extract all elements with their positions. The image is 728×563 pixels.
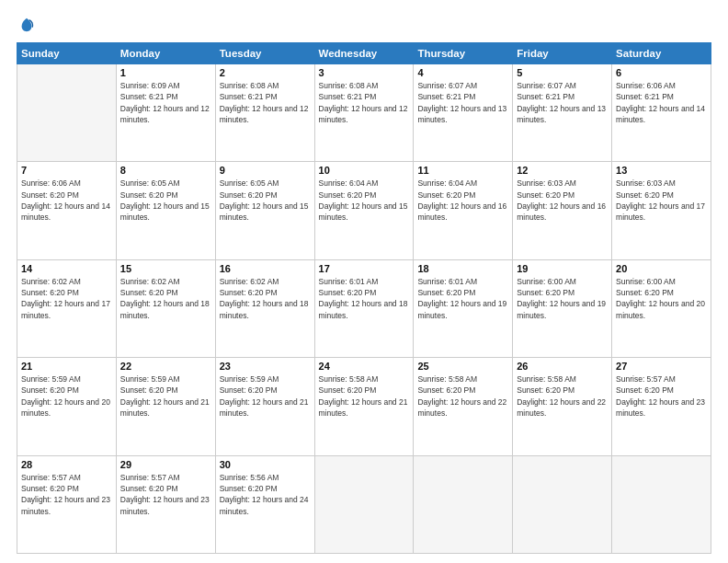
cell-info: Sunrise: 6:05 AMSunset: 6:20 PMDaylight:…	[220, 178, 311, 223]
calendar-cell: 18Sunrise: 6:01 AMSunset: 6:20 PMDayligh…	[414, 259, 513, 357]
cell-info: Sunrise: 6:04 AMSunset: 6:20 PMDaylight:…	[417, 178, 508, 223]
weekday-header-thursday: Thursday	[414, 43, 513, 64]
logo	[17, 17, 35, 33]
weekday-header-tuesday: Tuesday	[215, 43, 314, 64]
cell-info: Sunrise: 5:58 AMSunset: 6:20 PMDaylight:…	[517, 373, 608, 419]
calendar-cell: 13Sunrise: 6:03 AMSunset: 6:20 PMDayligh…	[612, 162, 711, 259]
cell-info: Sunrise: 5:59 AMSunset: 6:20 PMDaylight:…	[220, 373, 311, 419]
cell-info: Sunrise: 5:59 AMSunset: 6:20 PMDaylight:…	[21, 373, 112, 419]
day-number: 10	[319, 165, 410, 176]
calendar-cell: 17Sunrise: 6:01 AMSunset: 6:20 PMDayligh…	[314, 259, 414, 357]
calendar-cell	[612, 455, 711, 553]
calendar-header-row: SundayMondayTuesdayWednesdayThursdayFrid…	[17, 43, 711, 64]
calendar-cell: 12Sunrise: 6:03 AMSunset: 6:20 PMDayligh…	[513, 162, 612, 259]
calendar-cell: 22Sunrise: 5:59 AMSunset: 6:20 PMDayligh…	[116, 358, 215, 455]
calendar-cell: 27Sunrise: 5:57 AMSunset: 6:20 PMDayligh…	[612, 358, 711, 455]
cell-info: Sunrise: 6:07 AMSunset: 6:21 PMDaylight:…	[417, 80, 508, 125]
calendar-cell: 2Sunrise: 6:08 AMSunset: 6:21 PMDaylight…	[215, 64, 314, 162]
calendar-cell: 4Sunrise: 6:07 AMSunset: 6:21 PMDaylight…	[414, 64, 513, 162]
cell-info: Sunrise: 6:08 AMSunset: 6:21 PMDaylight:…	[220, 80, 311, 125]
calendar-table: SundayMondayTuesdayWednesdayThursdayFrid…	[17, 42, 711, 554]
calendar-cell: 7Sunrise: 6:06 AMSunset: 6:20 PMDaylight…	[17, 162, 117, 259]
cell-info: Sunrise: 6:09 AMSunset: 6:21 PMDaylight:…	[120, 80, 211, 125]
day-number: 14	[21, 263, 112, 274]
calendar-cell: 24Sunrise: 5:58 AMSunset: 6:20 PMDayligh…	[314, 358, 414, 455]
cell-info: Sunrise: 5:57 AMSunset: 6:20 PMDaylight:…	[616, 373, 707, 419]
cell-info: Sunrise: 5:56 AMSunset: 6:20 PMDaylight:…	[220, 472, 311, 517]
day-number: 9	[220, 165, 311, 176]
cell-info: Sunrise: 6:01 AMSunset: 6:20 PMDaylight:…	[417, 276, 508, 321]
day-number: 2	[220, 67, 311, 78]
cell-info: Sunrise: 6:02 AMSunset: 6:20 PMDaylight:…	[21, 276, 112, 321]
cell-info: Sunrise: 6:05 AMSunset: 6:20 PMDaylight:…	[120, 178, 211, 223]
calendar-cell: 26Sunrise: 5:58 AMSunset: 6:20 PMDayligh…	[513, 358, 612, 455]
cell-info: Sunrise: 6:06 AMSunset: 6:20 PMDaylight:…	[21, 178, 112, 223]
day-number: 13	[616, 165, 707, 176]
day-number: 30	[220, 459, 311, 470]
cell-info: Sunrise: 6:00 AMSunset: 6:20 PMDaylight:…	[517, 276, 608, 321]
calendar-cell: 23Sunrise: 5:59 AMSunset: 6:20 PMDayligh…	[215, 358, 314, 455]
day-number: 22	[120, 361, 211, 372]
weekday-header-friday: Friday	[513, 43, 612, 64]
calendar-cell: 14Sunrise: 6:02 AMSunset: 6:20 PMDayligh…	[17, 259, 117, 357]
day-number: 5	[517, 67, 608, 78]
day-number: 29	[120, 459, 211, 470]
logo-icon	[18, 17, 35, 33]
calendar-week-4: 21Sunrise: 5:59 AMSunset: 6:20 PMDayligh…	[17, 358, 711, 455]
calendar-cell: 29Sunrise: 5:57 AMSunset: 6:20 PMDayligh…	[116, 455, 215, 553]
day-number: 16	[220, 263, 311, 274]
calendar-cell: 30Sunrise: 5:56 AMSunset: 6:20 PMDayligh…	[215, 455, 314, 553]
day-number: 17	[319, 263, 410, 274]
cell-info: Sunrise: 5:58 AMSunset: 6:20 PMDaylight:…	[319, 373, 410, 419]
cell-info: Sunrise: 6:04 AMSunset: 6:20 PMDaylight:…	[319, 178, 410, 223]
calendar-cell: 15Sunrise: 6:02 AMSunset: 6:20 PMDayligh…	[116, 259, 215, 357]
cell-info: Sunrise: 5:59 AMSunset: 6:20 PMDaylight:…	[120, 373, 211, 419]
calendar-week-2: 7Sunrise: 6:06 AMSunset: 6:20 PMDaylight…	[17, 162, 711, 259]
calendar-cell: 1Sunrise: 6:09 AMSunset: 6:21 PMDaylight…	[116, 64, 215, 162]
calendar-week-5: 28Sunrise: 5:57 AMSunset: 6:20 PMDayligh…	[17, 455, 711, 553]
calendar-week-3: 14Sunrise: 6:02 AMSunset: 6:20 PMDayligh…	[17, 259, 711, 357]
cell-info: Sunrise: 6:03 AMSunset: 6:20 PMDaylight:…	[616, 178, 707, 223]
calendar-cell: 11Sunrise: 6:04 AMSunset: 6:20 PMDayligh…	[414, 162, 513, 259]
calendar-cell	[414, 455, 513, 553]
day-number: 12	[517, 165, 608, 176]
day-number: 11	[417, 165, 508, 176]
cell-info: Sunrise: 6:08 AMSunset: 6:21 PMDaylight:…	[319, 80, 410, 125]
day-number: 28	[21, 459, 112, 470]
weekday-header-sunday: Sunday	[17, 43, 117, 64]
day-number: 19	[517, 263, 608, 274]
calendar-cell	[513, 455, 612, 553]
calendar-cell: 21Sunrise: 5:59 AMSunset: 6:20 PMDayligh…	[17, 358, 117, 455]
day-number: 21	[21, 361, 112, 372]
calendar-cell: 10Sunrise: 6:04 AMSunset: 6:20 PMDayligh…	[314, 162, 414, 259]
calendar-cell: 28Sunrise: 5:57 AMSunset: 6:20 PMDayligh…	[17, 455, 117, 553]
calendar-cell: 16Sunrise: 6:02 AMSunset: 6:20 PMDayligh…	[215, 259, 314, 357]
day-number: 8	[120, 165, 211, 176]
cell-info: Sunrise: 6:06 AMSunset: 6:21 PMDaylight:…	[616, 80, 707, 125]
day-number: 1	[120, 67, 211, 78]
weekday-header-saturday: Saturday	[612, 43, 711, 64]
day-number: 3	[319, 67, 410, 78]
calendar-cell: 6Sunrise: 6:06 AMSunset: 6:21 PMDaylight…	[612, 64, 711, 162]
day-number: 7	[21, 165, 112, 176]
header	[17, 17, 711, 33]
page: SundayMondayTuesdayWednesdayThursdayFrid…	[0, 0, 728, 563]
calendar-cell: 5Sunrise: 6:07 AMSunset: 6:21 PMDaylight…	[513, 64, 612, 162]
weekday-header-wednesday: Wednesday	[314, 43, 414, 64]
cell-info: Sunrise: 6:02 AMSunset: 6:20 PMDaylight:…	[120, 276, 211, 321]
day-number: 4	[417, 67, 508, 78]
calendar-cell: 19Sunrise: 6:00 AMSunset: 6:20 PMDayligh…	[513, 259, 612, 357]
day-number: 23	[220, 361, 311, 372]
cell-info: Sunrise: 6:01 AMSunset: 6:20 PMDaylight:…	[319, 276, 410, 321]
calendar-cell: 3Sunrise: 6:08 AMSunset: 6:21 PMDaylight…	[314, 64, 414, 162]
calendar-cell	[17, 64, 117, 162]
weekday-header-monday: Monday	[116, 43, 215, 64]
calendar-cell: 9Sunrise: 6:05 AMSunset: 6:20 PMDaylight…	[215, 162, 314, 259]
cell-info: Sunrise: 5:58 AMSunset: 6:20 PMDaylight:…	[417, 373, 508, 419]
day-number: 24	[319, 361, 410, 372]
day-number: 6	[616, 67, 707, 78]
day-number: 20	[616, 263, 707, 274]
calendar-cell: 8Sunrise: 6:05 AMSunset: 6:20 PMDaylight…	[116, 162, 215, 259]
cell-info: Sunrise: 6:07 AMSunset: 6:21 PMDaylight:…	[517, 80, 608, 125]
calendar-week-1: 1Sunrise: 6:09 AMSunset: 6:21 PMDaylight…	[17, 64, 711, 162]
